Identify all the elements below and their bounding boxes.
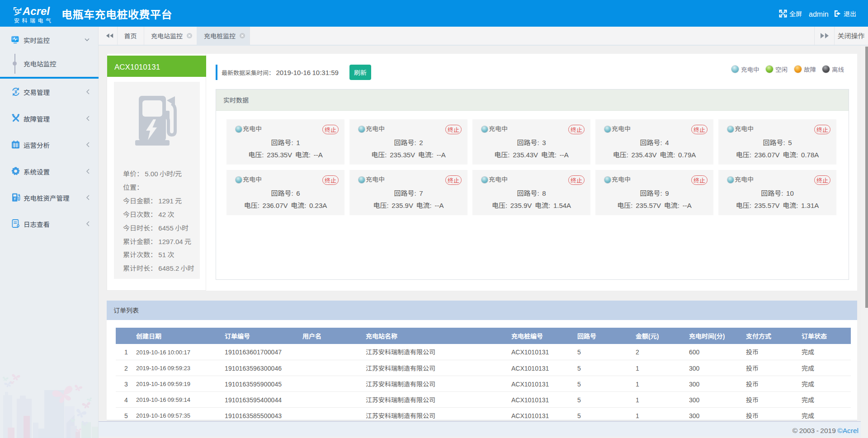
svg-text:¥: ¥ [14, 89, 18, 94]
